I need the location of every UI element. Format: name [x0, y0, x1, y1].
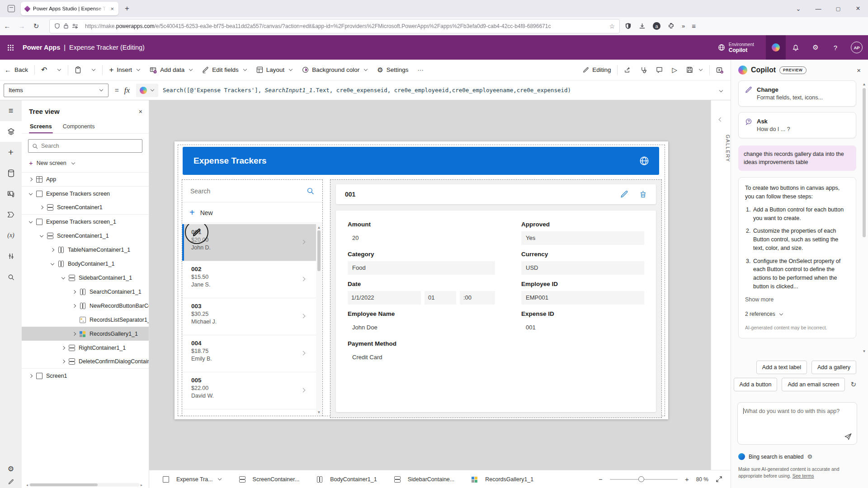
save-icon[interactable]: [682, 63, 698, 77]
permissions-icon[interactable]: [72, 23, 78, 29]
zoom-percentage[interactable]: 80 %: [696, 476, 708, 483]
hour-value[interactable]: 01: [425, 291, 456, 305]
edit-record-icon[interactable]: [620, 190, 628, 198]
record-list-item[interactable]: 004 $18.75 Emily B.: [182, 335, 316, 372]
account-icon[interactable]: a: [653, 22, 660, 30]
expand-chevron-icon[interactable]: [50, 261, 56, 267]
clipboard-button[interactable]: [70, 63, 86, 77]
tab-list-icon[interactable]: ⌄: [788, 5, 808, 12]
delete-record-icon[interactable]: [639, 190, 647, 198]
scroll-up-icon[interactable]: ▲: [863, 82, 866, 86]
tree-item[interactable]: RightContainer1_1: [22, 341, 149, 355]
expand-chevron-icon[interactable]: [71, 303, 78, 309]
expand-chevron-icon[interactable]: [61, 359, 67, 364]
zoom-out-icon[interactable]: −: [599, 475, 603, 483]
scroll-down-icon[interactable]: ▼: [863, 349, 866, 353]
rail-media-icon[interactable]: [0, 183, 22, 204]
tab-components[interactable]: Components: [62, 121, 96, 133]
tree-item[interactable]: DeleteConfirmDialogContainer1_: [22, 355, 149, 369]
formula-input[interactable]: Search([@'Expense Trackers'], SearchInpu…: [163, 87, 715, 94]
tree-item[interactable]: ScreenContainer1: [22, 201, 149, 215]
expand-panel-chevron[interactable]: [711, 115, 731, 123]
tree-item[interactable]: SearchContainer1_1: [22, 285, 149, 299]
scroll-thumb[interactable]: [317, 230, 321, 271]
record-search-box[interactable]: Search: [182, 180, 322, 202]
download-icon[interactable]: [639, 23, 646, 29]
app-screen[interactable]: Expense Trackers Search + New: [175, 141, 668, 419]
breadcrumb-item[interactable]: RecordsGallery1_1: [470, 476, 533, 483]
tree-item[interactable]: App: [22, 173, 149, 187]
formula-expand-chevron[interactable]: [719, 88, 723, 92]
tree-item[interactable]: SidebarContainer1_1: [22, 271, 149, 285]
employee-name-value[interactable]: John Doe: [348, 321, 495, 334]
references-toggle[interactable]: 2 references: [745, 310, 849, 318]
environment-picker[interactable]: Environment Copilot: [718, 42, 754, 53]
suggestion-chip[interactable]: Add a button: [734, 378, 778, 391]
currency-value[interactable]: USD: [521, 261, 644, 275]
comments-icon[interactable]: [651, 63, 667, 77]
expand-chevron-icon[interactable]: [61, 275, 67, 281]
forward-nav-icon[interactable]: →: [14, 22, 29, 30]
tracking-shield-icon[interactable]: [625, 23, 632, 29]
scroll-up-icon[interactable]: ▲: [317, 224, 321, 230]
back-button[interactable]: ←Back: [0, 63, 33, 77]
publish-icon[interactable]: [712, 63, 728, 77]
show-more-link[interactable]: Show more: [745, 296, 849, 304]
new-tab-button[interactable]: +: [125, 4, 129, 13]
expand-chevron-icon[interactable]: [71, 317, 78, 323]
waffle-icon[interactable]: [7, 44, 14, 51]
expense-id-value[interactable]: 001: [521, 321, 644, 334]
employee-id-value[interactable]: EMP001: [521, 291, 644, 305]
see-terms-link[interactable]: See terms: [793, 473, 814, 479]
tree-search-box[interactable]: [28, 139, 142, 153]
zoom-slider[interactable]: [610, 479, 678, 480]
zoom-in-icon[interactable]: +: [685, 475, 689, 483]
minute-value[interactable]: :00: [460, 291, 495, 305]
new-screen-button[interactable]: + New screen: [22, 157, 149, 173]
rail-data-icon[interactable]: [0, 163, 22, 183]
suggestion-chip[interactable]: Add a gallery: [811, 361, 856, 374]
tab-close-icon[interactable]: ×: [109, 5, 115, 12]
rail-search-icon[interactable]: [0, 267, 22, 287]
shield-icon[interactable]: [54, 23, 60, 29]
undo-dropdown[interactable]: [52, 63, 66, 77]
settings-gear-icon[interactable]: ⚙: [806, 35, 826, 60]
save-dropdown[interactable]: [698, 63, 708, 77]
reload-icon[interactable]: ↻: [29, 22, 43, 30]
fit-to-window-icon[interactable]: [716, 476, 722, 483]
expand-chevron-icon[interactable]: [61, 345, 67, 351]
expand-chevron-icon[interactable]: [50, 247, 56, 253]
zoom-slider-handle[interactable]: [638, 476, 644, 482]
tree-item[interactable]: NewRecordButtonBarContair: [22, 299, 149, 313]
play-preview-icon[interactable]: ▷: [667, 63, 682, 77]
bookmark-star-icon[interactable]: ☆: [609, 23, 615, 30]
maximize-icon[interactable]: ▢: [828, 6, 848, 12]
tree-item[interactable]: TableNameContainer1_1: [22, 243, 149, 257]
tree-close-icon[interactable]: ×: [139, 108, 142, 115]
overflow-menu-icon[interactable]: »: [682, 23, 684, 29]
tree-item[interactable]: RecordsListSeparator1_1: [22, 313, 149, 327]
tree-item[interactable]: ScreenContainer1_1: [22, 229, 149, 243]
gallery-tab-label[interactable]: GALLERY: [711, 135, 731, 162]
tree-search-input[interactable]: [41, 143, 138, 149]
share-button[interactable]: [619, 63, 636, 77]
expand-chevron-icon[interactable]: [28, 177, 34, 182]
ask-card[interactable]: Ask How do I ... ?: [738, 112, 856, 138]
approved-value[interactable]: Yes: [521, 231, 644, 245]
globe-icon[interactable]: [639, 156, 649, 166]
lock-icon[interactable]: [63, 23, 69, 29]
app-checker-icon[interactable]: [636, 63, 651, 77]
tree-horizontal-scrollbar[interactable]: ◂▸: [26, 483, 142, 487]
tree-item[interactable]: BodyContainer1_1: [22, 257, 149, 271]
settings-button[interactable]: ⚙Settings: [373, 63, 413, 77]
breadcrumb-item[interactable]: SidebarContaine...: [392, 476, 455, 483]
copilot-header-icon[interactable]: [766, 35, 786, 60]
screen-selector[interactable]: Expense Tra...: [161, 476, 222, 483]
help-icon[interactable]: ?: [826, 35, 845, 60]
expand-chevron-icon[interactable]: [71, 289, 78, 295]
records-scrollbar[interactable]: ▲ ▼: [316, 224, 322, 415]
amount-value[interactable]: 20: [348, 231, 495, 245]
category-value[interactable]: Food: [348, 261, 495, 275]
refresh-suggestions-icon[interactable]: ↻: [850, 380, 856, 389]
payment-method-value[interactable]: Credit Card: [348, 351, 495, 364]
